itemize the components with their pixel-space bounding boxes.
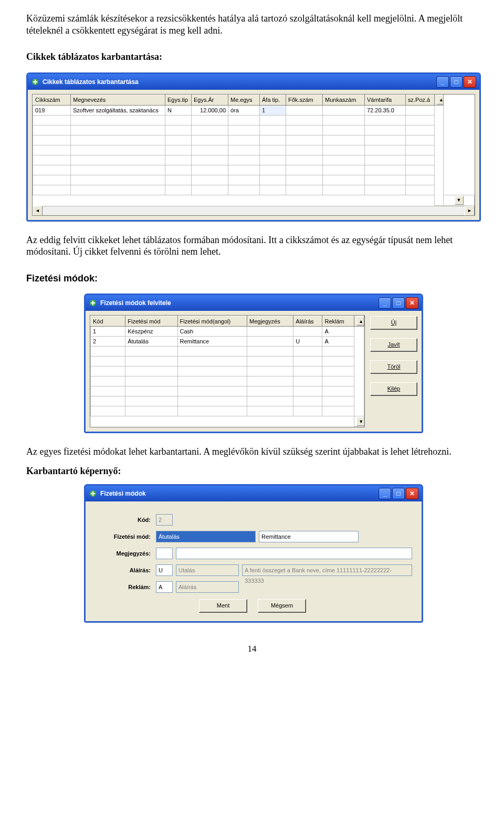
horizontal-scrollbar[interactable]: ◄ ► [33,206,475,215]
table-row[interactable] [91,347,364,357]
table-row[interactable] [33,145,475,155]
col-megj[interactable]: Megjegyzés [247,316,293,327]
cikkek-grid[interactable]: Cikkszám Megnevezés Egys.tip Egys.Ár Me.… [32,94,475,216]
col-fokszam[interactable]: Fők.szám [286,95,323,105]
col-alairas[interactable]: Aláírás [293,316,322,327]
table-row[interactable]: 1 Készpénz Cash A [91,327,364,337]
table-row[interactable] [91,376,364,386]
window-fizmod-form: Fizetési módok _ □ ✕ Kód: 2 Fizetési mód… [84,484,423,623]
kilep-button[interactable]: Kilép [370,382,417,396]
window-title: Fizetési módok [100,490,379,497]
label-alairas: Aláírás: [93,567,153,573]
col-egystip[interactable]: Egys.tip [165,95,192,105]
label-reklam: Reklám: [93,584,153,590]
scroll-down-icon[interactable]: ▼ [356,417,364,426]
maximize-button[interactable]: □ [450,76,463,88]
scroll-up-icon[interactable]: ▲ [356,317,364,326]
section1-para: Az eddig felvitt cikkeket lehet táblázat… [26,234,478,258]
col-fizmod[interactable]: Fizetési mód [125,316,177,327]
col-szpoz[interactable]: sz.Poz.á [406,95,435,105]
col-cikkszam[interactable]: Cikkszám [33,95,71,105]
col-megnevezes[interactable]: Megnevezés [71,95,165,105]
fizmod-grid[interactable]: Kód Fizetési mód Fizetési mód(angol) Meg… [90,315,365,427]
cell-me[interactable]: óra [228,105,260,115]
megj-text-field[interactable] [176,548,412,559]
table-row[interactable] [91,366,364,376]
table-row[interactable] [91,357,364,366]
table-row[interactable] [33,115,475,125]
maximize-button[interactable]: □ [392,488,405,499]
close-button[interactable]: ✕ [464,76,476,88]
table-row[interactable]: 2 Átutalás Remittance U A [91,337,364,347]
col-fizmod-en[interactable]: Fizetési mód(angol) [177,316,247,327]
cell[interactable] [247,337,293,347]
col-vamtarifa[interactable]: Vámtarifa [365,95,406,105]
scroll-left-icon[interactable]: ◄ [33,206,43,216]
table-row[interactable] [33,155,475,165]
cell[interactable]: 1 [91,327,125,337]
col-munkaszam[interactable]: Munkaszám [323,95,365,105]
section2-title: Fizetési módok: [26,273,478,285]
table-row[interactable]: 019 Szoftver szolgáltatás, szaktanács N … [33,105,475,115]
label-fizmod: Fizetési mód: [93,533,153,540]
cell[interactable]: A [322,337,354,347]
window-cikkek: Cikkek táblázatos karbantartása _ □ ✕ Ci… [26,72,481,222]
cell[interactable] [247,327,293,337]
table-row[interactable] [33,175,475,185]
uj-button[interactable]: Új [370,316,417,330]
titlebar[interactable]: Fizetési módok _ □ ✕ [86,486,422,501]
scroll-down-icon[interactable]: ▼ [455,196,464,205]
maximize-button[interactable]: □ [392,297,405,309]
cell-megnevezes[interactable]: Szoftver szolgáltatás, szaktanács [71,105,165,115]
close-button[interactable]: ✕ [406,488,418,499]
table-row[interactable] [91,396,364,406]
fizmod-en-field[interactable]: Remittance [259,531,359,542]
cell-vamtarifa[interactable]: 72.20.35.0 [365,105,406,115]
cell-cikkszam[interactable]: 019 [33,105,71,115]
col-kod[interactable]: Kód [91,316,125,327]
table-row[interactable] [91,386,364,396]
table-row[interactable] [33,135,475,145]
label-kod: Kód: [93,517,153,523]
col-egysar[interactable]: Egys.Ár [192,95,228,105]
cell[interactable]: Remittance [177,337,247,347]
close-button[interactable]: ✕ [406,297,418,309]
ment-button[interactable]: Ment [199,599,247,613]
table-row[interactable] [33,185,475,195]
cell-egystip[interactable]: N [165,105,192,115]
cell[interactable]: Cash [177,327,247,337]
cell-afatip[interactable]: 1 [260,105,286,115]
reklam-code-field[interactable]: A [156,581,173,593]
table-row[interactable] [33,125,475,135]
cell-fokszam[interactable] [286,105,323,115]
col-reklam[interactable]: Reklám [322,316,354,327]
cell[interactable]: 2 [91,337,125,347]
section1-title: Cikkek táblázatos karbantartása: [26,51,478,63]
cell-munkaszam[interactable] [323,105,365,115]
cell-egysar[interactable]: 12.000,00 [192,105,228,115]
table-row[interactable] [33,165,475,175]
titlebar[interactable]: Fizetési módok felvitele _ □ ✕ [86,295,422,311]
minimize-button[interactable]: _ [379,488,391,499]
cell[interactable]: Átutalás [125,337,177,347]
minimize-button[interactable]: _ [436,76,449,88]
cell[interactable]: Készpénz [125,327,177,337]
fizmod-hu-field[interactable]: Átutalás [156,531,256,542]
col-me[interactable]: Me.egys [228,95,260,105]
minimize-button[interactable]: _ [379,297,391,309]
table-row[interactable] [91,406,364,416]
titlebar[interactable]: Cikkek táblázatos karbantartása _ □ ✕ [28,74,479,90]
cell[interactable]: U [293,337,322,347]
megsem-button[interactable]: Mégsem [258,599,306,613]
col-afatip[interactable]: Áfa tip. [260,95,286,105]
cell-szpoz[interactable] [406,105,435,115]
javit-button[interactable]: Javít [370,338,417,352]
page-number: 14 [26,644,478,654]
cell[interactable]: A [322,327,354,337]
torol-button[interactable]: Töröl [370,360,417,374]
scroll-right-icon[interactable]: ► [465,206,475,216]
cell[interactable] [293,327,322,337]
scroll-up-icon[interactable]: ▲ [437,96,444,104]
alairas-code-field[interactable]: U [156,564,173,576]
megj-code-field[interactable] [156,548,173,559]
